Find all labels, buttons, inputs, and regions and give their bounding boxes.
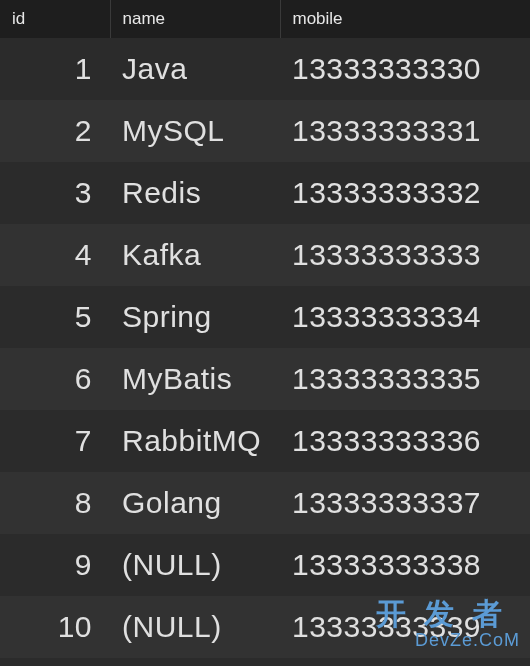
cell-mobile[interactable]: 13333333330 <box>280 38 530 100</box>
cell-mobile[interactable]: 13333333336 <box>280 410 530 472</box>
table-row[interactable]: 5Spring13333333334 <box>0 286 530 348</box>
cell-id[interactable]: 1 <box>0 38 110 100</box>
column-header-id[interactable]: id <box>0 0 110 38</box>
cell-mobile[interactable]: 13333333335 <box>280 348 530 410</box>
cell-name[interactable]: Java <box>110 38 280 100</box>
cell-name[interactable]: Golang <box>110 472 280 534</box>
cell-id[interactable]: 3 <box>0 162 110 224</box>
table-header-row: id name mobile <box>0 0 530 38</box>
cell-id[interactable]: 2 <box>0 100 110 162</box>
cell-name[interactable]: Spring <box>110 286 280 348</box>
cell-name[interactable]: (NULL) <box>110 534 280 596</box>
table-row[interactable]: 7RabbitMQ13333333336 <box>0 410 530 472</box>
cell-mobile[interactable]: 13333333331 <box>280 100 530 162</box>
cell-id[interactable]: 4 <box>0 224 110 286</box>
cell-name[interactable]: (NULL) <box>110 596 280 658</box>
cell-name[interactable]: MySQL <box>110 100 280 162</box>
cell-name[interactable]: Kafka <box>110 224 280 286</box>
cell-name[interactable]: Redis <box>110 162 280 224</box>
cell-mobile[interactable]: 13333333332 <box>280 162 530 224</box>
cell-mobile[interactable]: 13333333334 <box>280 286 530 348</box>
data-table: id name mobile 1Java133333333302MySQL133… <box>0 0 530 658</box>
table-row[interactable]: 1Java13333333330 <box>0 38 530 100</box>
cell-mobile[interactable]: 13333333338 <box>280 534 530 596</box>
cell-id[interactable]: 6 <box>0 348 110 410</box>
cell-mobile[interactable]: 13333333337 <box>280 472 530 534</box>
table-row[interactable]: 4Kafka13333333333 <box>0 224 530 286</box>
table-row[interactable]: 6MyBatis13333333335 <box>0 348 530 410</box>
cell-id[interactable]: 7 <box>0 410 110 472</box>
table-row[interactable]: 2MySQL13333333331 <box>0 100 530 162</box>
column-header-mobile[interactable]: mobile <box>280 0 530 38</box>
cell-name[interactable]: MyBatis <box>110 348 280 410</box>
column-header-name[interactable]: name <box>110 0 280 38</box>
cell-id[interactable]: 9 <box>0 534 110 596</box>
cell-id[interactable]: 10 <box>0 596 110 658</box>
cell-mobile[interactable]: 13333333333 <box>280 224 530 286</box>
table-row[interactable]: 8Golang13333333337 <box>0 472 530 534</box>
cell-name[interactable]: RabbitMQ <box>110 410 280 472</box>
table-row[interactable]: 9(NULL)13333333338 <box>0 534 530 596</box>
cell-id[interactable]: 5 <box>0 286 110 348</box>
cell-id[interactable]: 8 <box>0 472 110 534</box>
cell-mobile[interactable]: 13333333339 <box>280 596 530 658</box>
table-row[interactable]: 10(NULL)13333333339 <box>0 596 530 658</box>
table-body: 1Java133333333302MySQL133333333313Redis1… <box>0 38 530 658</box>
table-row[interactable]: 3Redis13333333332 <box>0 162 530 224</box>
